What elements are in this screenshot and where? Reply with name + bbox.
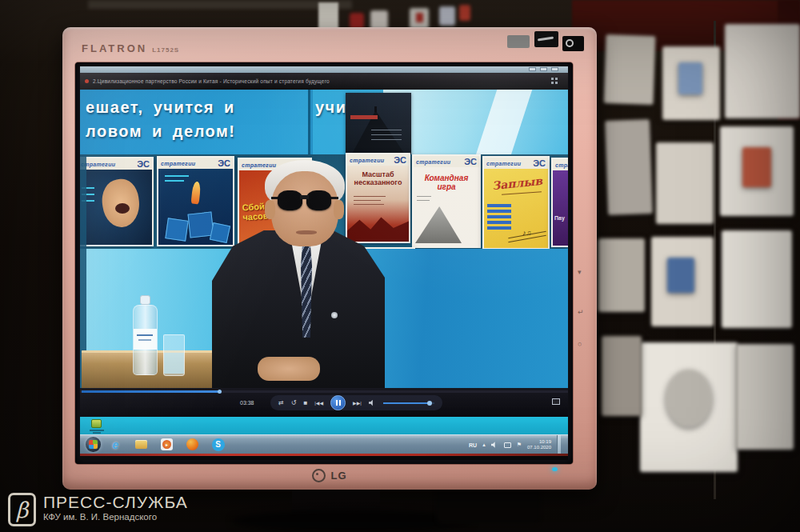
model-text: L1752S bbox=[152, 46, 179, 54]
postcard-rack bbox=[594, 21, 800, 501]
cover-header-title: стратегии bbox=[555, 162, 568, 168]
sticker-ring bbox=[566, 39, 574, 47]
watermark-text: ПРЕСС-СЛУЖБА КФУ им. В. И. Вернадского bbox=[43, 493, 188, 522]
previous-icon[interactable]: |◀◀ bbox=[314, 401, 323, 406]
tray-clock[interactable]: 10:19 07.10.2020 bbox=[527, 439, 551, 450]
system-tray: RU ▴ ⚑ 10:19 07.10.2020 bbox=[469, 435, 565, 454]
bottle-label bbox=[134, 329, 157, 350]
photo-scene: FLATRONL1752S ▾ ↵ ○ LG 2.Цивилиза bbox=[0, 0, 800, 532]
label-line bbox=[138, 339, 151, 341]
watermark-subtitle: КФУ им. В. И. Вернадского bbox=[43, 512, 188, 522]
screen: 2.Цивилизационное партнерство России и К… bbox=[80, 66, 568, 460]
postcard bbox=[656, 142, 714, 224]
volume-knob[interactable] bbox=[427, 401, 432, 406]
start-button[interactable] bbox=[86, 437, 101, 452]
restore-button[interactable] bbox=[540, 67, 547, 71]
volume-fill bbox=[383, 402, 430, 404]
window-icon bbox=[85, 79, 89, 83]
monitor-bezel: FLATRONL1752S ▾ ↵ ○ LG 2.Цивилиза bbox=[62, 27, 597, 490]
taskbar: e ▸ S RU ▴ ⚑ 10:19 07.10.2020 bbox=[80, 434, 568, 454]
ice-cube bbox=[210, 222, 230, 243]
cover-art bbox=[80, 170, 152, 245]
seek-bar-progress bbox=[82, 390, 220, 393]
shavings-pile bbox=[415, 206, 462, 243]
lg-logo-text: LG bbox=[330, 470, 346, 482]
osd-enter-icon: ↵ bbox=[578, 308, 584, 316]
climber-figure bbox=[374, 106, 377, 112]
repeat-icon[interactable]: ↺ bbox=[291, 400, 297, 406]
press-service-watermark: β ПРЕСС-СЛУЖБА КФУ им. В. И. Вернадского bbox=[8, 493, 188, 526]
postcard-image bbox=[667, 258, 694, 293]
wall-poster bbox=[318, 2, 338, 30]
cover-header: стратегии ЭС bbox=[414, 156, 479, 167]
wall-ledge bbox=[88, 0, 352, 9]
blue-button bbox=[487, 215, 511, 218]
sunglasses bbox=[278, 190, 332, 211]
network-icon[interactable] bbox=[504, 442, 511, 448]
lg-logo: LG bbox=[62, 469, 597, 482]
video-frame[interactable]: ешает, учится и ловом и делом! учит – bbox=[80, 90, 568, 388]
volume-slider[interactable] bbox=[383, 402, 434, 404]
man-ear-left bbox=[265, 200, 275, 219]
watermark-title: ПРЕСС-СЛУЖБА bbox=[43, 493, 188, 512]
elapsed-time: 03:38 bbox=[240, 400, 254, 406]
show-desktop-button[interactable] bbox=[557, 435, 561, 454]
playlist-grid-icon[interactable] bbox=[551, 78, 554, 80]
pause-bar bbox=[339, 400, 341, 406]
window-title: 2.Цивилизационное партнерство России и К… bbox=[93, 78, 330, 84]
cover-header: стратегии ЭС bbox=[484, 158, 548, 169]
next-icon[interactable]: ▶▶| bbox=[353, 401, 362, 406]
cover-text-line bbox=[165, 180, 184, 182]
cover-text-line bbox=[165, 175, 189, 177]
bezel-sticker-black bbox=[534, 31, 558, 47]
magazine-cover-mountain bbox=[346, 93, 411, 157]
desktop-shortcut-label bbox=[93, 432, 101, 434]
magazine-cover-zaplyv: стратегии ЭС Заплыв ♪♫ bbox=[482, 156, 550, 250]
lapel-badge bbox=[331, 312, 338, 318]
fullscreen-icon[interactable] bbox=[552, 398, 560, 405]
lg-face-icon bbox=[312, 469, 326, 482]
shuffle-icon[interactable]: ⇄ bbox=[278, 400, 284, 406]
cover-title: Масштаб несказанного bbox=[349, 170, 407, 187]
volume-icon[interactable] bbox=[369, 399, 376, 406]
minimize-button[interactable] bbox=[529, 67, 536, 71]
man-ear-right bbox=[334, 200, 344, 219]
postcard-image bbox=[742, 147, 771, 187]
hidden-icons-arrow[interactable]: ▴ bbox=[482, 442, 486, 448]
folder-glyph bbox=[135, 440, 147, 449]
cover-text-line bbox=[371, 130, 402, 130]
stop-icon[interactable]: ■ bbox=[303, 400, 307, 406]
seek-bar-handle[interactable] bbox=[218, 390, 222, 394]
postcard bbox=[725, 24, 800, 118]
laughing-mouth bbox=[115, 203, 130, 214]
desktop-shortcut-label bbox=[90, 430, 104, 431]
language-indicator[interactable]: RU bbox=[469, 442, 477, 448]
cover-art: Масштаб несказанного bbox=[347, 166, 409, 242]
file-explorer-icon[interactable] bbox=[134, 438, 148, 451]
cover-title: Пау bbox=[554, 215, 565, 221]
osd-arrow-icon: ▾ bbox=[578, 268, 582, 276]
media-player-icon[interactable]: ▸ bbox=[160, 438, 174, 451]
blue-button bbox=[487, 210, 511, 213]
postcard bbox=[605, 119, 653, 215]
action-center-flag-icon[interactable]: ⚑ bbox=[517, 442, 522, 448]
brand-text: FLATRON bbox=[82, 42, 147, 54]
blue-button bbox=[487, 226, 511, 230]
sunglasses-lens-right bbox=[306, 190, 331, 210]
pause-button[interactable] bbox=[330, 395, 346, 410]
postcard bbox=[598, 238, 645, 312]
desktop-shortcut-icon[interactable] bbox=[91, 419, 102, 428]
watermark-badge: β bbox=[8, 493, 36, 526]
sunglasses-lens-left bbox=[278, 190, 302, 210]
skype-icon[interactable]: S bbox=[211, 438, 225, 451]
water-glass bbox=[163, 334, 185, 376]
tray-volume-icon[interactable] bbox=[491, 442, 498, 449]
es-logo: ЭС bbox=[533, 158, 546, 168]
firefox-icon[interactable] bbox=[186, 438, 199, 451]
man-hands bbox=[258, 357, 320, 381]
cover-title: Командная игра bbox=[415, 174, 478, 191]
close-button[interactable] bbox=[551, 67, 558, 71]
magazine-cover-partial: стратегии Пау bbox=[551, 158, 568, 247]
internet-explorer-icon[interactable]: e bbox=[109, 438, 122, 451]
sunglasses-bridge bbox=[300, 195, 309, 199]
